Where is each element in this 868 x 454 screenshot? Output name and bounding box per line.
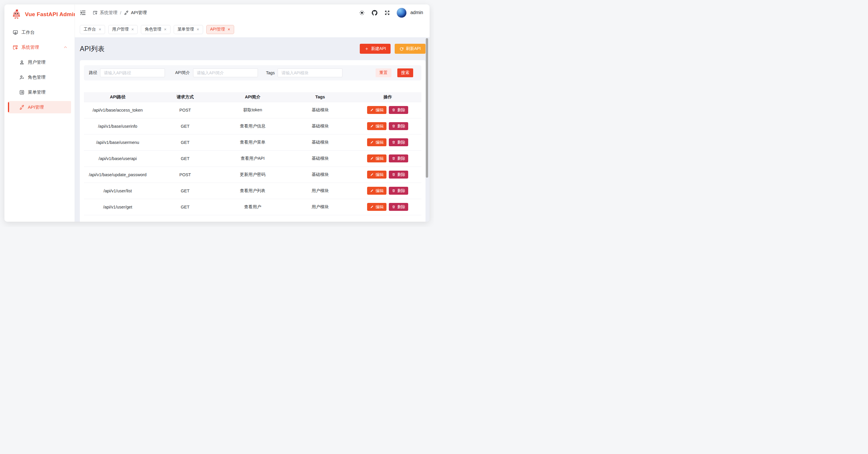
delete-button-label: 删除 (397, 172, 405, 177)
user-avatar[interactable] (397, 8, 406, 18)
edit-button-label: 编辑 (376, 156, 383, 161)
create-api-button[interactable]: ＋ 新建API (360, 44, 391, 54)
delete-button[interactable]: 删除 (389, 154, 408, 162)
tab-close-icon[interactable]: ✕ (99, 28, 101, 31)
breadcrumb-label: API管理 (131, 10, 147, 16)
pencil-icon (370, 108, 374, 112)
edit-button-label: 编辑 (376, 108, 383, 113)
page-title: API列表 (80, 44, 105, 53)
tab-workbench[interactable]: 工作台 ✕ (80, 25, 105, 34)
cell-path: /api/v1/base/access_token (84, 102, 151, 118)
table-row: /api/v1/user/listGET查看用户列表用户模块编辑删除 (84, 183, 422, 199)
refresh-api-label: 刷新API (406, 46, 421, 51)
create-api-label: 新建API (371, 46, 386, 51)
sidebar-item-label: 系统管理 (22, 45, 59, 50)
tab-close-icon[interactable]: ✕ (196, 28, 199, 31)
tab-menus[interactable]: 菜单管理 ✕ (174, 25, 203, 34)
tab-close-icon[interactable]: ✕ (227, 28, 230, 31)
cell-method: POST (151, 167, 219, 183)
delete-button[interactable]: 删除 (389, 187, 408, 195)
path-filter-input[interactable] (100, 68, 165, 77)
sidebar-collapse-icon[interactable] (80, 9, 86, 16)
username-label[interactable]: admin (410, 10, 423, 15)
delete-button[interactable]: 删除 (389, 106, 408, 114)
edit-button-label: 编辑 (376, 124, 383, 129)
cell-tags: 基础模块 (286, 102, 354, 118)
theme-toggle-sun-icon[interactable] (359, 10, 365, 16)
delete-button[interactable]: 删除 (389, 203, 408, 211)
tags-filter-input[interactable] (278, 68, 342, 77)
cell-summary: 查看用户信息 (219, 118, 286, 134)
sidebar-item-menus[interactable]: 菜单管理 (8, 86, 71, 98)
delete-button-label: 删除 (397, 140, 405, 145)
sidebar-item-system[interactable]: 系统管理 (8, 41, 71, 53)
monitor-icon (12, 30, 18, 35)
cell-tags: 基础模块 (286, 118, 354, 134)
table-row: /api/v1/base/update_passwordPOST更新用户密码基础… (84, 167, 422, 183)
sidebar-submenu-system: 用户管理 角色管理 菜单管理 (8, 56, 71, 113)
main-area: 系统管理 / API管理 admin (75, 4, 430, 222)
cell-method: POST (151, 102, 219, 118)
tab-roles[interactable]: 角色管理 ✕ (141, 25, 170, 34)
user-icon (19, 60, 25, 65)
cell-method: GET (151, 134, 219, 150)
column-header-path: API路径 (84, 92, 151, 102)
cell-actions: 编辑删除 (354, 134, 422, 150)
edit-button[interactable]: 编辑 (367, 203, 386, 211)
sidebar-item-users[interactable]: 用户管理 (8, 56, 71, 68)
page-actions: ＋ 新建API 刷新API (360, 44, 426, 54)
cell-path: /api/v1/base/update_password (84, 167, 151, 183)
tab-close-icon[interactable]: ✕ (131, 28, 134, 31)
fullscreen-icon[interactable] (384, 10, 390, 16)
trash-icon (392, 140, 396, 144)
refresh-api-button[interactable]: 刷新API (395, 44, 426, 54)
edit-button[interactable]: 编辑 (367, 122, 386, 130)
tab-api[interactable]: API管理 ✕ (206, 25, 234, 34)
delete-button[interactable]: 删除 (389, 138, 408, 146)
pencil-icon (370, 124, 374, 128)
edit-button[interactable]: 编辑 (367, 138, 386, 146)
cell-tags: 基础模块 (286, 150, 354, 167)
vertical-scrollbar-thumb[interactable] (426, 38, 428, 178)
github-icon[interactable] (372, 10, 377, 16)
summary-filter-input[interactable] (193, 68, 258, 77)
topbar: 系统管理 / API管理 admin (75, 4, 430, 21)
search-button[interactable]: 搜索 (397, 68, 413, 77)
delete-button[interactable]: 删除 (389, 171, 408, 178)
delete-button-label: 删除 (397, 108, 405, 113)
chevron-up-icon (62, 45, 68, 50)
sidebar: Vue FastAPI Admin 工作台 系统管理 (4, 4, 75, 222)
breadcrumb-item-api[interactable]: API管理 (124, 10, 147, 16)
sidebar-item-workbench[interactable]: 工作台 (8, 26, 71, 38)
pencil-icon (370, 189, 374, 193)
edit-button[interactable]: 编辑 (367, 187, 386, 195)
sidebar-item-label: API管理 (28, 105, 68, 110)
sidebar-item-api[interactable]: API管理 (8, 101, 71, 113)
api-plug-icon (19, 105, 25, 110)
edit-button[interactable]: 编辑 (367, 171, 386, 178)
cell-actions: 编辑删除 (354, 118, 422, 134)
cell-summary: 查看用户API (219, 150, 286, 167)
cell-path: /api/v1/base/userinfo (84, 118, 151, 134)
column-header-method: 请求方式 (151, 92, 219, 102)
chick-logo-icon (11, 8, 22, 21)
summary-filter-label: API简介 (175, 70, 190, 76)
delete-button-label: 删除 (397, 188, 405, 194)
tab-users[interactable]: 用户管理 ✕ (108, 25, 137, 34)
breadcrumb-item-system[interactable]: 系统管理 (93, 10, 117, 16)
app-logo[interactable]: Vue FastAPI Admin (4, 4, 74, 24)
refresh-icon (399, 47, 404, 51)
sidebar-menu: 工作台 系统管理 用户管理 (4, 24, 74, 118)
app-window: Vue FastAPI Admin 工作台 系统管理 (4, 4, 430, 222)
edit-button-label: 编辑 (376, 172, 383, 177)
cell-tags: 用户模块 (286, 183, 354, 199)
reset-button[interactable]: 重置 (376, 68, 392, 77)
sidebar-item-roles[interactable]: 角色管理 (8, 71, 71, 83)
tabbar: 工作台 ✕ 用户管理 ✕ 角色管理 ✕ 菜单管理 ✕ API管理 ✕ (75, 21, 430, 37)
tab-close-icon[interactable]: ✕ (164, 28, 166, 31)
edit-button[interactable]: 编辑 (367, 106, 386, 114)
delete-button[interactable]: 删除 (389, 122, 408, 130)
cell-path: /api/v1/base/usermenu (84, 134, 151, 150)
edit-button[interactable]: 编辑 (367, 154, 386, 162)
role-icon (19, 75, 25, 80)
